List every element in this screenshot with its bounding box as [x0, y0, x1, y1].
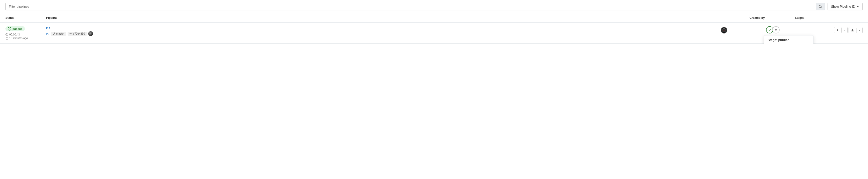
run-chevron-icon: [843, 29, 846, 31]
status-meta: 00:00:43 10 minutes ago: [5, 33, 46, 40]
stages-icons: [766, 26, 834, 33]
table-row: passed 00:00:43 10 minutes ago: [0, 23, 868, 43]
pipeline-user-avatar: [88, 31, 93, 36]
calendar-icon: [5, 37, 8, 39]
stage-dropdown-header: Stage: publish: [764, 35, 813, 43]
svg-rect-3: [6, 37, 8, 39]
top-bar: Show Pipeline ID: [0, 0, 868, 13]
svg-point-10: [70, 33, 71, 34]
stages-cell: Stage: publish Migrate Dev: [766, 26, 834, 33]
actions-cell: [834, 26, 863, 33]
duration-item: 00:00:43: [5, 33, 46, 36]
download-icon: [851, 29, 854, 32]
status-cell: passed 00:00:43 10 minutes ago: [5, 26, 46, 40]
header-stages: Stages: [795, 16, 863, 20]
avatar: [721, 27, 727, 33]
svg-point-18: [723, 28, 725, 29]
time-ago-value: 10 minutes ago: [9, 37, 28, 40]
user-avatar-img: [721, 27, 727, 33]
duration-value: 00:00:43: [9, 33, 20, 36]
search-button[interactable]: [816, 3, 825, 10]
commit-label: c70e4850: [73, 32, 85, 35]
branch-badge: master: [51, 32, 66, 36]
chevron-down-icon: [857, 5, 859, 8]
created-by-cell: [721, 26, 766, 33]
commit-icon: [69, 32, 72, 35]
show-pipeline-id-button[interactable]: Show Pipeline ID: [828, 3, 863, 10]
pipeline-id[interactable]: #3: [46, 32, 49, 35]
svg-point-9: [53, 34, 54, 35]
pipeline-meta: #3 master c70e4850: [46, 31, 721, 36]
svg-marker-19: [837, 29, 839, 31]
pipeline-title-link[interactable]: init: [46, 26, 721, 30]
svg-point-0: [819, 5, 822, 8]
stage-more-icon[interactable]: [772, 26, 780, 33]
header-pipeline: Pipeline: [46, 16, 749, 20]
download-button[interactable]: [849, 27, 856, 33]
commit-badge: c70e4850: [68, 32, 87, 36]
pipeline-cell: init #3 master c70e4850: [46, 26, 721, 36]
branch-icon: [53, 32, 55, 35]
header-created-by: Created by: [749, 16, 795, 20]
svg-point-16: [723, 30, 723, 31]
filter-pipelines-input[interactable]: [5, 3, 825, 10]
search-wrapper: [5, 3, 825, 10]
time-ago-item: 10 minutes ago: [5, 37, 46, 40]
header-status: Status: [5, 16, 46, 20]
table-header: Status Pipeline Created by Stages: [0, 13, 868, 23]
stage-dropdown-popup: Stage: publish Migrate Dev: [764, 35, 813, 43]
status-badge-label: passed: [12, 27, 23, 31]
run-dropdown-button[interactable]: [841, 28, 847, 33]
status-badge: passed: [5, 26, 25, 31]
clock-icon: [5, 33, 8, 36]
svg-point-17: [724, 30, 725, 31]
show-pipeline-id-label: Show Pipeline ID: [831, 5, 855, 8]
branch-label: master: [56, 32, 64, 35]
svg-line-1: [821, 7, 822, 8]
download-action-button: [848, 27, 863, 33]
download-chevron-icon: [858, 29, 861, 31]
run-action-button: [834, 27, 848, 33]
search-icon: [818, 5, 822, 8]
play-icon: [836, 29, 839, 31]
run-button[interactable]: [834, 27, 841, 33]
check-circle-icon: [8, 27, 11, 31]
download-dropdown-button[interactable]: [856, 28, 862, 33]
svg-point-8: [54, 33, 55, 33]
